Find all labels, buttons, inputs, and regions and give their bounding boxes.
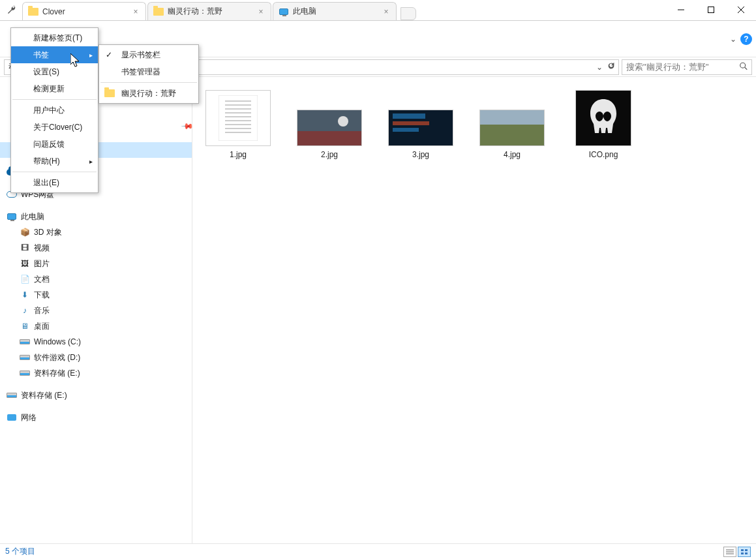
- bookmarks-submenu: ✓显示书签栏 书签管理器 幽灵行动：荒野: [98, 44, 199, 104]
- tab-title: 此电脑: [293, 6, 382, 17]
- thumbnail: [575, 90, 631, 146]
- thumbnail: [479, 110, 545, 146]
- status-text: 5 个项目: [5, 546, 35, 557]
- tab-close-icon[interactable]: ×: [131, 7, 140, 16]
- tab-ghost[interactable]: 幽灵行动：荒野 ×: [147, 2, 271, 20]
- file-item[interactable]: 3.jpg: [388, 90, 453, 159]
- file-item[interactable]: 4.jpg: [479, 90, 545, 159]
- tab-close-icon[interactable]: ×: [382, 7, 391, 16]
- file-name: 3.jpg: [388, 150, 453, 159]
- chevron-down-icon[interactable]: ⌄: [596, 63, 603, 72]
- tab-title: 幽灵行动：荒野: [168, 6, 256, 17]
- sidebar-item-video[interactable]: 🎞视频: [0, 240, 192, 256]
- sidebar-item-e-drive[interactable]: 资料存储 (E:): [0, 365, 192, 381]
- sidebar-item-e-drive2[interactable]: 资料存储 (E:): [0, 387, 192, 403]
- pictures-icon: 🖼: [20, 258, 30, 269]
- wrench-icon[interactable]: [4, 2, 20, 18]
- menu-item-label: 帮助(H): [33, 156, 60, 167]
- svg-rect-14: [225, 128, 251, 129]
- menu-item-check-update[interactable]: 检测更新: [11, 80, 98, 97]
- file-name: 4.jpg: [479, 150, 545, 159]
- sidebar-item-c-drive[interactable]: Windows (C:): [0, 334, 192, 350]
- svg-rect-12: [225, 120, 251, 121]
- sidebar-item-3d[interactable]: 📦3D 对象: [0, 224, 192, 240]
- music-icon: ♪: [20, 305, 30, 316]
- menu-item-label: 幽灵行动：荒野: [121, 88, 176, 99]
- file-item[interactable]: ICO.png: [571, 90, 636, 159]
- tab-close-icon[interactable]: ×: [256, 7, 265, 16]
- sidebar-item-label: Windows (C:): [34, 337, 81, 346]
- chevron-down-icon[interactable]: ⌄: [730, 35, 736, 44]
- tab-clover[interactable]: Clover ×: [22, 2, 146, 20]
- svg-rect-13: [225, 124, 251, 125]
- svg-rect-11: [225, 116, 251, 117]
- svg-rect-8: [225, 104, 251, 106]
- svg-rect-1: [708, 7, 714, 13]
- cube-icon: 📦: [20, 227, 30, 237]
- close-button[interactable]: [726, 0, 756, 20]
- menu-item-about[interactable]: 关于Clover(C): [11, 119, 98, 136]
- svg-rect-26: [745, 552, 748, 554]
- menu-item-user-center[interactable]: 用户中心: [11, 102, 98, 119]
- sidebar-item-label: 网络: [21, 412, 37, 423]
- menu-item-label: 书签管理器: [121, 67, 160, 78]
- wrench-context-menu: 新建标签页(T) 书签▸ 设置(S) 检测更新 用户中心 关于Clover(C)…: [10, 27, 98, 193]
- tab-title: Clover: [42, 7, 131, 16]
- sidebar-item-thispc[interactable]: 此电脑: [0, 209, 192, 224]
- sidebar-item-pictures[interactable]: 🖼图片: [0, 256, 192, 271]
- disk-icon: [20, 337, 30, 347]
- tab-strip: Clover × 幽灵行动：荒野 × 此电脑 ×: [0, 0, 756, 21]
- menu-item-settings[interactable]: 设置(S): [11, 63, 98, 80]
- monitor-icon: [279, 7, 289, 17]
- help-icon[interactable]: ?: [740, 33, 752, 45]
- sidebar-item-desktop[interactable]: 🖥桌面: [0, 318, 192, 334]
- menu-item-label: 关于Clover(C): [33, 122, 82, 133]
- svg-rect-25: [741, 552, 744, 554]
- view-details-button[interactable]: [723, 547, 736, 557]
- download-icon: ⬇: [20, 290, 30, 300]
- new-tab-button[interactable]: [401, 7, 416, 20]
- menu-item-new-tab[interactable]: 新建标签页(T): [11, 29, 98, 46]
- menu-item-help[interactable]: 帮助(H)▸: [11, 153, 98, 170]
- menu-item-label: 问题反馈: [33, 139, 65, 150]
- file-view[interactable]: 1.jpg 2.jpg 3.jpg 4.jpg ICO.png: [192, 77, 756, 543]
- monitor-icon: [7, 211, 17, 222]
- search-icon[interactable]: [739, 61, 748, 72]
- minimize-button[interactable]: [666, 0, 696, 20]
- submenu-item-show-bar[interactable]: ✓显示书签栏: [99, 46, 198, 63]
- svg-point-16: [338, 116, 348, 127]
- svg-rect-6: [219, 95, 258, 141]
- file-item[interactable]: 1.jpg: [205, 90, 271, 159]
- sidebar-item-label: 文档: [34, 274, 50, 285]
- menu-item-exit[interactable]: 退出(E): [11, 174, 98, 191]
- svg-rect-18: [393, 121, 429, 125]
- menu-item-bookmarks[interactable]: 书签▸: [11, 46, 98, 63]
- svg-rect-7: [225, 100, 251, 102]
- tab-thispc[interactable]: 此电脑 ×: [273, 2, 397, 20]
- sidebar-item-docs[interactable]: 📄文档: [0, 271, 192, 287]
- sidebar-item-label: 资料存储 (E:): [21, 390, 67, 401]
- maximize-button[interactable]: [696, 0, 726, 20]
- folder-icon: [153, 7, 164, 17]
- disk-icon: [20, 352, 30, 363]
- svg-line-5: [745, 67, 748, 70]
- sidebar-item-label: 音乐: [34, 305, 50, 316]
- sidebar-item-downloads[interactable]: ⬇下载: [0, 287, 192, 303]
- submenu-item-manager[interactable]: 书签管理器: [99, 63, 198, 80]
- check-icon: ✓: [106, 50, 112, 59]
- desktop-icon: 🖥: [20, 321, 30, 331]
- sidebar-item-music[interactable]: ♪音乐: [0, 303, 192, 318]
- menu-item-feedback[interactable]: 问题反馈: [11, 136, 98, 153]
- sidebar-item-d-drive[interactable]: 软件游戏 (D:): [0, 350, 192, 365]
- view-icons-button[interactable]: [738, 547, 751, 557]
- file-item[interactable]: 2.jpg: [297, 90, 362, 159]
- svg-rect-19: [393, 128, 419, 132]
- sidebar-item-network[interactable]: 网络: [0, 410, 192, 425]
- chevron-right-icon: ▸: [89, 158, 93, 165]
- submenu-item-ghost[interactable]: 幽灵行动：荒野: [99, 85, 198, 102]
- sidebar-item-label: 此电脑: [21, 211, 44, 222]
- svg-rect-23: [741, 549, 744, 551]
- search-input[interactable]: [622, 59, 752, 75]
- svg-rect-15: [225, 132, 251, 133]
- refresh-icon[interactable]: [607, 61, 616, 72]
